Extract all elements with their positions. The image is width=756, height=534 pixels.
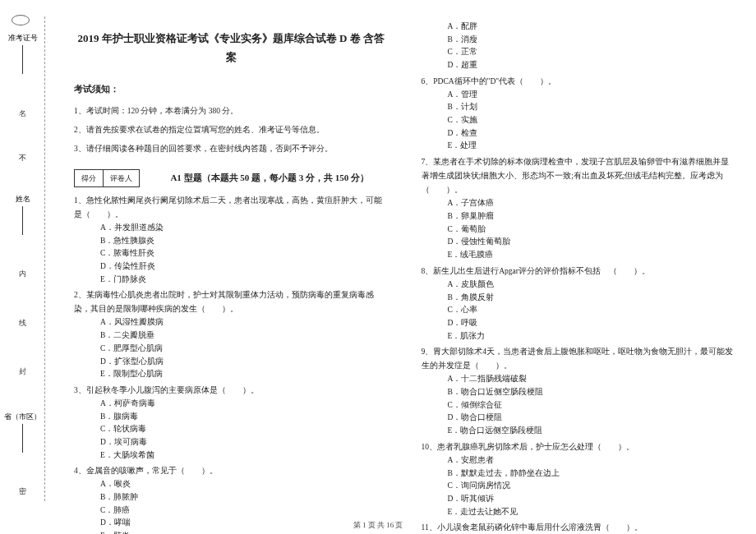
margin-char: 封 — [19, 362, 26, 381]
option: A．柯萨奇病毒 — [100, 398, 389, 411]
option: D．传染性肝炎 — [100, 260, 389, 274]
option: A．十二指肠残端破裂 — [448, 373, 736, 386]
instructions-header: 考试须知： — [74, 82, 389, 98]
option: D．听其倾诉 — [448, 493, 736, 506]
question-1: 1、急性化脓性阑尾炎行阑尾切除术后二天，患者出现寒战，高热，黄疸肝肿大，可能是（… — [74, 194, 389, 287]
option: C．正常 — [448, 46, 736, 59]
page-footer: 第 1 页 共 16 页 — [0, 520, 756, 531]
options: A．管理 B．计划 C．实施 D．检查 E．处理 — [422, 89, 736, 153]
option: A．配胖 — [448, 21, 736, 34]
option: A．风湿性瓣膜病 — [100, 316, 389, 329]
option: A．并发胆道感染 — [100, 222, 389, 235]
question-text: 9、胃大部切除术4天，当患者进食后上腹饱胀和呕吐，呕吐物为食物无胆汁，最可能发生… — [422, 348, 734, 370]
left-column: 2019 年护士职业资格证考试《专业实务》题库综合试卷 D 卷 含答案 考试须知… — [62, 21, 401, 505]
option: D．埃可病毒 — [100, 436, 389, 449]
margin-field-name: 姓名 — [16, 194, 30, 235]
question-text: 10、患者乳腺癌乳房切除术后，护士应怎么处理（ ）。 — [422, 443, 635, 451]
option: C．肥厚型心肌病 — [100, 343, 389, 356]
options: A．柯萨奇病毒 B．腺病毒 C．轮状病毒 D．埃可病毒 E．大肠埃希菌 — [74, 398, 389, 462]
option: C．轮状病毒 — [100, 423, 389, 436]
margin-dashed-line — [44, 16, 45, 501]
margin-label: 准考证号 — [8, 33, 38, 44]
instruction-line: 2、请首先按要求在试卷的指定位置填写您的姓名、准考证号等信息。 — [74, 123, 389, 137]
score-cell-grader: 评卷人 — [104, 170, 139, 186]
instruction-line: 1、考试时间：120 分钟，本卷满分为 380 分。 — [74, 104, 389, 118]
instruction-line: 3、请仔细阅读各种题目的回答要求，在密封线内答题，否则不予评分。 — [74, 142, 389, 156]
option: D．扩张型心肌病 — [100, 356, 389, 369]
page-container: 准考证号 名 不 姓名 内 线 封 省（市区） 密 2019 年护士职业资格证考… — [0, 0, 756, 518]
question-text: 4、金属音的咳嗽声，常见于（ ）。 — [74, 467, 218, 475]
option: B．消瘦 — [448, 34, 736, 47]
option: B．腺病毒 — [100, 411, 389, 424]
option: C．脓毒性肝炎 — [100, 247, 389, 260]
option: B．肺脓肿 — [100, 491, 389, 504]
options: A．并发胆道感染 B．急性胰腺炎 C．脓毒性肝炎 D．传染性肝炎 E．门静脉炎 — [74, 222, 389, 286]
margin-field-exam-id: 准考证号 — [8, 33, 38, 74]
option: B．角膜反射 — [448, 292, 736, 305]
option: E．门静脉炎 — [100, 274, 389, 287]
question-text: 7、某患者在手术切除的标本做病理检查中，发现子宫肌层及输卵管中有滋养细胞并显著增… — [422, 158, 730, 194]
q5-options-continued: A．配胖 B．消瘦 C．正常 D．超重 — [422, 21, 736, 72]
margin-underline — [22, 206, 23, 235]
margin-char: 内 — [19, 265, 26, 283]
option: E．大肠埃希菌 — [100, 449, 389, 463]
option: B．急性胰腺炎 — [100, 235, 389, 248]
option: C．实施 — [448, 114, 736, 127]
question-9: 9、胃大部切除术4天，当患者进食后上腹饱胀和呕吐，呕吐物为食物无胆汁，最可能发生… — [422, 345, 736, 438]
margin-label: 姓名 — [16, 194, 30, 205]
question-text: 8、新生儿出生后进行Apgar评分的评价指标不包括 （ ）。 — [422, 267, 651, 275]
option: C．肺癌 — [100, 504, 389, 518]
question-8: 8、新生儿出生后进行Apgar评分的评价指标不包括 （ ）。 A．皮肤颜色 B．… — [422, 265, 736, 343]
margin-char: 密 — [19, 482, 26, 501]
option: B．默默走过去，静静坐在边上 — [448, 467, 736, 481]
option: B．二尖瓣脱垂 — [100, 329, 389, 343]
question-7: 7、某患者在手术切除的标本做病理检查中，发现子宫肌层及输卵管中有滋养细胞并显著增… — [422, 155, 736, 262]
margin-label: 不 — [19, 153, 26, 163]
score-cell-score: 得分 — [75, 170, 104, 186]
option: E．肌张力 — [448, 330, 736, 343]
left-margin: 准考证号 名 不 姓名 内 线 封 省（市区） 密 — [0, 8, 45, 509]
margin-label: 省（市区） — [4, 412, 41, 422]
question-text: 1、急性化脓性阑尾炎行阑尾切除术后二天，患者出现寒战，高热，黄疸肝肿大，可能是（… — [74, 196, 382, 219]
option: E．处理 — [448, 140, 736, 153]
question-10: 10、患者乳腺癌乳房切除术后，护士应怎么处理（ ）。 A．安慰患者 B．默默走过… — [422, 440, 736, 518]
option: C．心率 — [448, 304, 736, 317]
exam-title: 2019 年护士职业资格证考试《专业实务》题库综合试卷 D 卷 含答案 — [74, 29, 389, 67]
option: D．超重 — [448, 59, 736, 72]
option: A．喉炎 — [100, 478, 389, 491]
options: A．十二指肠残端破裂 B．吻合口近侧空肠段梗阻 C．倾倒综合征 D．吻合口梗阻 … — [422, 373, 736, 437]
option: A．管理 — [448, 89, 736, 102]
option: D．呼吸 — [448, 317, 736, 330]
options: A．皮肤颜色 B．角膜反射 C．心率 D．呼吸 E．肌张力 — [422, 279, 736, 343]
option: D．侵蚀性葡萄胎 — [448, 236, 736, 249]
option: D．吻合口梗阻 — [448, 412, 736, 425]
right-column: A．配胖 B．消瘦 C．正常 D．超重 6、PDCA循环中的"D"代表（ ）。 … — [401, 21, 749, 505]
margin-field-bu: 不 — [19, 153, 26, 163]
option: E．绒毛膜癌 — [448, 249, 736, 262]
margin-char: 线 — [19, 314, 26, 333]
margin-char: 名 — [19, 104, 26, 123]
question-type-title: A1 型题（本题共 50 题，每小题 3 分，共 150 分） — [170, 170, 369, 186]
option: B．计划 — [448, 101, 736, 114]
question-3: 3、引起秋冬季小儿腹泻的主要病原体是（ ）。 A．柯萨奇病毒 B．腺病毒 C．轮… — [74, 384, 389, 462]
option: C．葡萄胎 — [448, 223, 736, 237]
option: A．安慰患者 — [448, 454, 736, 467]
question-6: 6、PDCA循环中的"D"代表（ ）。 A．管理 B．计划 C．实施 D．检查 … — [422, 75, 736, 153]
question-text: 6、PDCA循环中的"D"代表（ ）。 — [422, 77, 557, 85]
option: A．皮肤颜色 — [448, 279, 736, 292]
option: B．卵巢肿瘤 — [448, 210, 736, 223]
option: E．限制型心肌病 — [100, 368, 389, 381]
options: A．安慰患者 B．默默走过去，静静坐在边上 C．询问病房情况 D．听其倾诉 E．… — [422, 454, 736, 518]
score-box: 得分 评卷人 — [74, 169, 140, 187]
margin-underline — [22, 424, 23, 453]
question-text: 2、某病毒性心肌炎患者出院时，护士对其限制重体力活动，预防病毒的重复病毒感染，其… — [74, 291, 374, 313]
option: A．子宫体癌 — [448, 197, 736, 210]
option: C．询问病房情况 — [448, 480, 736, 493]
option: E．吻合口远侧空肠段梗阻 — [448, 425, 736, 438]
margin-field-province: 省（市区） — [4, 412, 41, 453]
option: B．吻合口近侧空肠段梗阻 — [448, 386, 736, 399]
question-text: 3、引起秋冬季小儿腹泻的主要病原体是（ ）。 — [74, 386, 259, 394]
content-area: 2019 年护士职业资格证考试《专业实务》题库综合试卷 D 卷 含答案 考试须知… — [45, 8, 756, 509]
margin-underline — [22, 45, 23, 74]
option: E．走过去让她不见 — [448, 506, 736, 519]
